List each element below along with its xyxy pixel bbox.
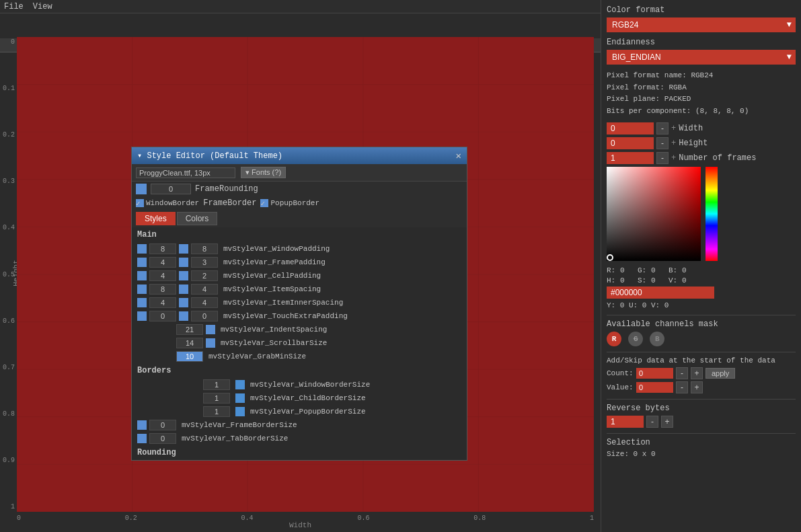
color-format-select[interactable]: RGB24	[607, 17, 796, 32]
item-inner-spacing-label: mvStyleVar_ItemInnerSpacing	[223, 299, 343, 307]
width-row: - + Width	[607, 122, 796, 135]
channels-mask-section: Available channels mask R G B	[607, 319, 796, 346]
apply-button[interactable]: apply	[705, 368, 735, 379]
window-border-color[interactable]	[235, 380, 245, 389]
frame-rounding-input[interactable]	[151, 184, 191, 194]
b-label: B:	[669, 266, 678, 274]
bits-per-component: Bits per component: (8, 8, 8, 0)	[607, 106, 796, 118]
hue-bar[interactable]	[705, 167, 718, 261]
channel-r[interactable]: R	[607, 332, 621, 346]
style-editor-close-btn[interactable]: ✕	[456, 150, 461, 161]
rounding-section-header: Rounding	[132, 445, 467, 460]
channel-g[interactable]: G	[628, 332, 643, 346]
value-input[interactable]	[636, 382, 673, 393]
frame-border-size-val[interactable]	[149, 420, 176, 430]
x-label-1: 1	[590, 515, 594, 522]
item-inner-spacing-y[interactable]	[191, 297, 218, 308]
count-input[interactable]	[636, 368, 673, 379]
window-border-checkbox[interactable]: ✓ WindowBorder	[136, 199, 199, 207]
window-border-size-label: mvStyleVar_WindowBorderSize	[250, 381, 370, 389]
slider-icon-2b[interactable]	[179, 258, 188, 267]
count-minus-btn[interactable]: -	[676, 367, 688, 379]
style-editor-window: ▾ Style Editor (Default Theme) ✕ ▾ Fonts…	[131, 147, 467, 461]
height-minus-btn[interactable]: -	[656, 137, 669, 149]
slider-icon-4a[interactable]	[137, 284, 147, 294]
indent-spacing-val[interactable]	[176, 324, 203, 335]
slider-icon-6a[interactable]	[137, 311, 147, 321]
child-border-size-val[interactable]	[203, 393, 230, 404]
slider-icon-4b[interactable]	[179, 284, 188, 294]
item-inner-spacing-x[interactable]	[149, 297, 176, 308]
h-value: 0	[620, 276, 634, 284]
selection-label: Selection	[607, 438, 796, 447]
font-selector-input[interactable]	[136, 167, 235, 178]
style-row-scrollbar-size: mvStyleVar_ScrollbarSize	[132, 336, 467, 350]
item-spacing-x[interactable]	[149, 284, 176, 295]
main-canvas: Raw data 1 0.9 0.8 0.7 0.6 0.5 0.4 0.3 0…	[0, 13, 601, 532]
width-input[interactable]	[607, 122, 654, 135]
window-border-size-val[interactable]	[203, 379, 230, 390]
reverse-bytes-plus-btn[interactable]: +	[661, 416, 673, 428]
y-label-07: 0.7	[0, 364, 17, 371]
cell-padding-y[interactable]	[191, 270, 218, 281]
slider-icon-1a[interactable]	[137, 244, 147, 254]
value-minus-btn[interactable]: -	[676, 381, 688, 393]
channel-b[interactable]: B	[650, 332, 664, 346]
color-picker[interactable]	[607, 167, 718, 261]
num-frames-input[interactable]	[607, 152, 654, 164]
window-padding-y[interactable]	[191, 243, 218, 254]
touch-extra-padding-x[interactable]	[149, 311, 176, 321]
slider-icon-6b[interactable]	[179, 311, 188, 321]
y-label-08: 0.8	[0, 410, 17, 418]
y-label-09: 0.9	[0, 457, 17, 464]
slider-icon-1b[interactable]	[179, 244, 188, 254]
child-border-color[interactable]	[235, 393, 245, 403]
style-editor-toolbar: ▾ Fonts (?)	[132, 164, 467, 182]
slider-icon-8[interactable]	[206, 338, 215, 348]
reverse-bytes-section: Reverse bytes - +	[607, 404, 796, 428]
slider-icon-tb[interactable]	[137, 434, 147, 443]
color-gradient[interactable]	[607, 167, 701, 261]
reverse-bytes-input[interactable]	[607, 416, 644, 428]
slider-icon-5a[interactable]	[137, 298, 147, 307]
tab-colors[interactable]: Colors	[177, 212, 218, 225]
slider-icon-2a[interactable]	[137, 258, 147, 267]
hex-input[interactable]	[607, 287, 714, 299]
touch-extra-padding-y[interactable]	[191, 311, 218, 321]
tab-styles[interactable]: Styles	[136, 212, 176, 225]
item-spacing-y[interactable]	[191, 284, 218, 295]
style-row-indent-spacing: mvStyleVar_IndentSpacing	[132, 323, 467, 336]
slider-icon-fb[interactable]	[137, 420, 147, 430]
count-plus-btn[interactable]: +	[691, 367, 703, 379]
frame-padding-x[interactable]	[149, 257, 176, 268]
popup-border-checkbox[interactable]: ✓ PopupBorder	[260, 199, 319, 207]
h-label: H:	[607, 276, 616, 284]
slider-icon-3b[interactable]	[179, 271, 188, 280]
selection-section: Selection Size: 0 x 0	[607, 438, 796, 458]
cell-padding-x[interactable]	[149, 270, 176, 281]
width-minus-btn[interactable]: -	[656, 122, 669, 135]
reverse-bytes-minus-btn[interactable]: -	[646, 416, 658, 428]
num-frames-minus-btn[interactable]: -	[656, 152, 669, 164]
frame-padding-y[interactable]	[191, 257, 218, 268]
v-label: V:	[669, 276, 678, 284]
grab-min-size-val[interactable]	[176, 351, 203, 362]
popup-border-color[interactable]	[235, 407, 245, 416]
fonts-button[interactable]: ▾ Fonts (?)	[241, 167, 286, 178]
endianness-select[interactable]: BIG_ENDIAN	[607, 50, 796, 65]
tab-border-size-val[interactable]	[149, 433, 176, 444]
window-padding-x[interactable]	[149, 243, 176, 254]
x-label-06: 0.6	[357, 515, 369, 522]
height-input[interactable]	[607, 137, 654, 149]
slider-icon-5b[interactable]	[179, 298, 188, 307]
frame-rounding-slider[interactable]	[136, 184, 147, 194]
style-editor-tabs: Styles Colors	[132, 210, 467, 227]
value-plus-btn[interactable]: +	[691, 381, 703, 393]
scrollbar-size-val[interactable]	[176, 338, 203, 348]
menu-file[interactable]: File	[4, 2, 24, 11]
slider-icon-3a[interactable]	[137, 271, 147, 280]
slider-icon-7[interactable]	[206, 325, 215, 334]
popup-border-size-val[interactable]	[203, 406, 230, 417]
menu-view[interactable]: View	[33, 2, 52, 11]
y-label-01: 0.1	[0, 85, 17, 92]
